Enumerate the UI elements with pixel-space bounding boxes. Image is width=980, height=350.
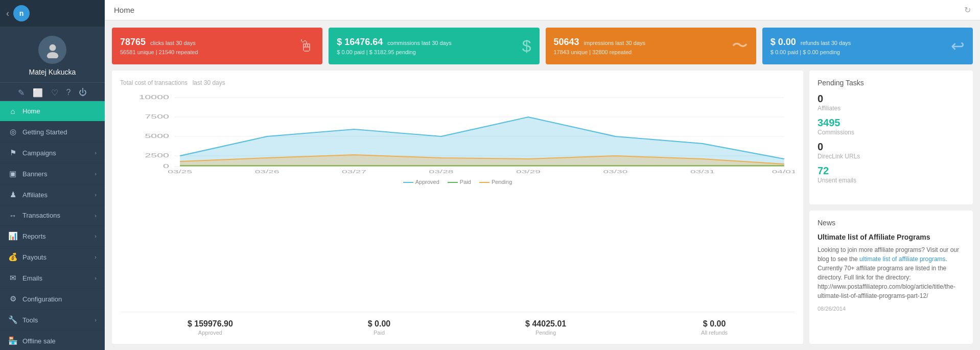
nav-icon-home: ⌂ [8,107,17,115]
news-body: Looking to join more affiliate programs?… [818,245,965,300]
chart-subtitle: last 30 days [193,79,225,86]
sidebar-item-affiliates[interactable]: ♟Affiliates› [0,184,105,205]
avatar [38,36,66,64]
news-date: 08/26/2014 [818,306,965,312]
nav-icon-campaigns: ⚑ [8,148,17,157]
toolbar-icons: ✎ ⬜ ♡ ? ⏻ [0,83,105,101]
pending-tasks-panel: Pending Tasks 0Affiliates3495Commissions… [809,71,973,204]
stat-main-impressions: 50643 impressions last 30 days [554,37,646,48]
news-title: News [818,219,965,227]
nav-label-affiliates: Affiliates [22,191,48,199]
svg-text:5000: 5000 [145,133,169,139]
username: Matej Kukucka [29,68,76,76]
svg-point-1 [46,52,58,58]
stat-label-commissions: commissions last 30 days [387,40,451,46]
nav-label-reports: Reports [22,232,46,240]
svg-text:10000: 10000 [139,95,169,100]
transaction-chart: 10000 7500 5000 2500 0 03/25 0 [120,92,795,174]
stat-label-refunds: refunds last 30 days [801,40,851,46]
nav-icon-offline-sale: 🏪 [8,336,17,345]
pending-item-commissions: 3495Commissions [818,117,965,136]
sidebar-item-banners[interactable]: ▣Banners› [0,164,105,184]
stat-card-commissions: $ 16476.64 commissions last 30 days $ 0.… [329,28,539,64]
nav-icon-affiliates: ♟ [8,190,17,199]
back-icon[interactable]: ‹ [6,8,9,19]
chart-footer: $ 159976.90Approved$ 0.00Paid$ 44025.01P… [120,312,795,336]
chevron-icon: › [95,275,97,281]
stat-card-impressions: 50643 impressions last 30 days 17843 uni… [546,28,756,64]
chart-panel: Total cost of transactions last 30 days … [112,71,803,344]
chart-area: 10000 7500 5000 2500 0 03/25 0 [120,92,795,307]
stat-sub-refunds: $ 0.00 paid | $ 0.00 pending [771,49,851,55]
pending-items: 0Affiliates3495Commissions0DirecLink URL… [818,93,965,184]
nav-label-offline-sale: Offline sale [22,337,56,345]
nav-label-tools: Tools [22,316,38,324]
sidebar-item-configuration[interactable]: ⚙Configuration [0,289,105,310]
stats-row: 78765 clicks last 30 days 56581 unique |… [105,20,980,64]
sidebar-item-campaigns[interactable]: ⚑Campaigns› [0,143,105,164]
sidebar-header: ‹ n [0,0,105,27]
svg-text:04/01: 04/01 [772,169,795,174]
stat-main-clicks: 78765 clicks last 30 days [120,37,198,48]
news-link[interactable]: ultimate list of affiliate programs [859,255,946,263]
stat-icon-refunds: ↩ [951,36,965,56]
edit-icon[interactable]: ✎ [18,88,25,98]
stat-label-impressions: impressions last 30 days [584,40,645,46]
chart-stat-all-refunds: $ 0.00All refunds [701,319,728,336]
nav-label-banners: Banners [22,170,47,178]
svg-text:03/26: 03/26 [255,169,279,174]
stat-card-clicks: 78765 clicks last 30 days 56581 unique |… [112,28,322,64]
refresh-icon[interactable]: ↻ [964,5,971,15]
right-panels: Pending Tasks 0Affiliates3495Commissions… [809,71,973,344]
nav-label-campaigns: Campaigns [22,149,56,157]
svg-text:03/28: 03/28 [429,169,454,174]
stat-sub-commissions: $ 0.00 paid | $ 3182.95 pending [337,49,451,55]
stat-label-clicks: clicks last 30 days [150,40,196,46]
chart-legend: Approved Paid Pending [120,179,795,185]
chevron-icon: › [95,150,97,156]
sidebar-item-offline-sale[interactable]: 🏪Offline sale [0,331,105,350]
sidebar-item-emails[interactable]: ✉Emails› [0,268,105,289]
sidebar-item-payouts[interactable]: 💰Payouts› [0,247,105,268]
svg-text:03/29: 03/29 [516,169,541,174]
chevron-icon: › [95,213,97,219]
news-article-title: Ultimate list of Affiliate Programs [818,233,965,241]
chart-stat-approved: $ 159976.90Approved [188,319,233,336]
nav-label-emails: Emails [22,274,42,282]
legend-paid: Paid [448,179,471,185]
sidebar-item-reports[interactable]: 📊Reports› [0,226,105,247]
logo: n [13,5,30,21]
stat-main-commissions: $ 16476.64 commissions last 30 days [337,37,451,48]
power-icon[interactable]: ⏻ [79,88,87,98]
stat-sub-impressions: 17843 unique | 32800 repeated [554,49,646,55]
chevron-icon: › [95,254,97,260]
svg-text:2500: 2500 [145,153,169,158]
user-section: Matej Kukucka [0,27,105,83]
sidebar-item-transactions[interactable]: ↔Transactions› [0,205,105,226]
monitor-icon[interactable]: ⬜ [33,88,43,98]
nav-icon-getting-started: ◎ [8,127,17,136]
sidebar-item-home[interactable]: ⌂Home [0,101,105,122]
nav-icon-emails: ✉ [8,273,17,283]
chevron-icon: › [95,171,97,177]
sidebar-item-getting-started[interactable]: ◎Getting Started [0,122,105,143]
nav-icon-reports: 📊 [8,231,17,241]
heart-icon[interactable]: ♡ [51,88,58,98]
chevron-icon: › [95,317,97,323]
svg-text:03/30: 03/30 [603,169,627,174]
stat-icon-impressions: 〜 [732,35,748,57]
nav-label-configuration: Configuration [22,295,62,303]
chart-stat-paid: $ 0.00Paid [368,319,390,336]
content-row: Total cost of transactions last 30 days … [105,64,980,350]
help-icon[interactable]: ? [66,88,71,98]
svg-text:7500: 7500 [145,114,169,120]
sidebar-item-tools[interactable]: 🔧Tools› [0,310,105,331]
pending-tasks-title: Pending Tasks [818,79,965,87]
stat-main-refunds: $ 0.00 refunds last 30 days [771,37,851,48]
chevron-icon: › [95,192,97,198]
chart-title-text: Total cost of transactions [120,79,188,86]
topbar: Home ↻ [105,0,980,20]
pending-item-unsent-emails: 72Unsent emails [818,165,965,184]
pending-item-affiliates: 0Affiliates [818,93,965,112]
chevron-icon: › [95,233,97,239]
